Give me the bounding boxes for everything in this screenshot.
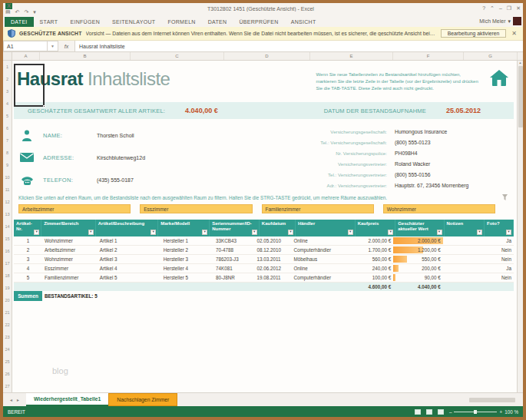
row-header-26[interactable]: 26: [3, 368, 12, 380]
scroll-up-icon[interactable]: ▲: [519, 61, 522, 64]
filter-dropdown-icon[interactable]: ▼: [348, 230, 353, 235]
ribbon-options-icon[interactable]: ⌃: [490, 5, 495, 12]
column-header-F[interactable]: F: [393, 52, 464, 60]
row-header-6[interactable]: 6: [3, 122, 12, 134]
filter-dropdown-icon[interactable]: ▼: [477, 230, 482, 235]
slicer-button-esszimmer[interactable]: Esszimmer: [140, 204, 252, 213]
ribbon-tab-daten[interactable]: DATEN: [202, 17, 233, 27]
ribbon-tab-einfügen[interactable]: EINFÜGEN: [64, 17, 106, 27]
zoom-level[interactable]: 100 %: [504, 409, 518, 415]
sheet-tab-nachschlagen-zimmer[interactable]: Nachschlagen Zimmer: [108, 393, 177, 406]
clear-filter-icon[interactable]: [502, 194, 509, 201]
row-header-10[interactable]: 10: [3, 171, 12, 184]
vertical-scrollbar[interactable]: ▲: [517, 61, 523, 392]
column-header-A[interactable]: A: [12, 52, 40, 60]
zoom-slider-thumb[interactable]: [474, 410, 477, 414]
zoom-out-icon[interactable]: –: [449, 409, 452, 415]
minimize-icon[interactable]: –: [499, 5, 502, 12]
filter-dropdown-icon[interactable]: ▼: [34, 230, 39, 235]
vertical-scroll-thumb[interactable]: [518, 66, 523, 127]
row-header-9[interactable]: 9: [3, 159, 12, 171]
table-row[interactable]: 2ArbeitszimmerArtikel 2Hersteller 270-47…: [14, 246, 514, 255]
active-cell-selection[interactable]: [14, 64, 45, 107]
row-header-1[interactable]: 1: [3, 61, 12, 73]
name-box[interactable]: A1: [3, 41, 48, 51]
select-all-corner[interactable]: [3, 52, 12, 60]
ribbon-tab-datei[interactable]: DATEI: [5, 17, 34, 27]
row-header-17[interactable]: 17: [3, 257, 12, 270]
normal-view-icon[interactable]: [415, 409, 421, 415]
restore-icon[interactable]: ❐: [507, 5, 511, 12]
filter-dropdown-icon[interactable]: ▼: [88, 230, 94, 235]
slicer-button-arbeitszimmer[interactable]: Arbeitszimmer: [18, 204, 131, 213]
sheet-nav-right-icon[interactable]: ►: [16, 398, 20, 402]
ribbon-tab-ansicht[interactable]: ANSICHT: [285, 17, 323, 27]
enable-editing-button[interactable]: Bearbeitung aktivieren: [441, 29, 507, 38]
sheet-tab-wiederhergestellt-tabelle1[interactable]: Wiederhergestellt_Tabelle1: [26, 393, 108, 406]
page-layout-view-icon[interactable]: [426, 409, 432, 415]
insurance-value[interactable]: Hauptstr. 67, 23456 Morrenberg: [395, 183, 468, 188]
row-header-22[interactable]: 22: [3, 319, 12, 331]
row-header-11[interactable]: 11: [3, 184, 12, 196]
insurance-value[interactable]: (800) 555-0123: [395, 140, 430, 145]
filter-dropdown-icon[interactable]: ▼: [288, 230, 293, 235]
row-header-23[interactable]: 23: [3, 331, 12, 343]
table-row[interactable]: 3WohnzimmerArtikel 3Hersteller 3786203-J…: [14, 255, 514, 264]
contact-value[interactable]: Kirschblutenweg12d: [97, 155, 145, 160]
horizontal-scrollbar[interactable]: [469, 393, 523, 406]
column-header-E[interactable]: E: [310, 52, 393, 60]
column-header-B[interactable]: B: [40, 52, 131, 60]
row-header-14[interactable]: 14: [3, 220, 12, 233]
fill-handle[interactable]: [43, 105, 45, 107]
slicer-button-wohnzimmer[interactable]: Wohnzimmer: [383, 204, 495, 213]
row-header-27[interactable]: 27: [3, 380, 12, 392]
row-header-7[interactable]: 7: [3, 134, 12, 147]
help-icon[interactable]: ?: [482, 5, 485, 12]
row-header-21[interactable]: 21: [3, 306, 12, 319]
row-header-4[interactable]: 4: [3, 98, 12, 110]
filter-dropdown-icon[interactable]: ▼: [202, 230, 207, 235]
user-avatar[interactable]: [513, 17, 521, 25]
insurance-value[interactable]: (800) 555-0156: [395, 172, 430, 177]
row-header-15[interactable]: 15: [3, 233, 12, 245]
insurance-value[interactable]: Humongous Insurance: [395, 129, 447, 134]
close-message-icon[interactable]: ✕: [510, 30, 518, 37]
row-header-3[interactable]: 3: [3, 85, 12, 98]
insurance-value[interactable]: PH098H4: [395, 150, 417, 156]
row-header-5[interactable]: 5: [3, 110, 12, 122]
row-header-24[interactable]: 24: [3, 343, 12, 356]
formula-input[interactable]: Hausrat Inhaltsliste: [75, 41, 523, 51]
table-row[interactable]: 5FamilienzimmerArtikel 5Hersteller 580-J…: [14, 273, 514, 283]
user-dropdown-icon[interactable]: ▾: [508, 18, 511, 25]
sheet-nav-left-icon[interactable]: ◄: [9, 398, 13, 402]
excel-app-icon[interactable]: X: [5, 2, 12, 9]
table-row[interactable]: 4EsszimmerArtikel 4Hersteller 474K08102.…: [14, 264, 514, 273]
filter-dropdown-icon[interactable]: ▼: [388, 230, 393, 235]
row-header-16[interactable]: 16: [3, 245, 12, 257]
contact-value[interactable]: Thorsten Scholl: [97, 133, 134, 138]
column-header-C[interactable]: C: [131, 52, 224, 60]
insurance-value[interactable]: Roland Wacker: [395, 161, 430, 167]
insert-function-icon[interactable]: fx: [58, 41, 75, 51]
zoom-in-icon[interactable]: +: [499, 409, 502, 415]
table-row[interactable]: 1WohnzimmerArtikel 1Hersteller 133KCB430…: [14, 236, 514, 246]
row-header-20[interactable]: 20: [3, 294, 12, 306]
slicer-button-familienzimmer[interactable]: Familienzimmer: [262, 204, 374, 213]
signed-in-user[interactable]: Mich Meier: [479, 18, 505, 24]
row-header-2[interactable]: 2: [3, 73, 12, 85]
row-header-13[interactable]: 13: [3, 208, 12, 220]
filter-dropdown-icon[interactable]: ▼: [506, 230, 511, 235]
horizontal-scroll-thumb[interactable]: [469, 398, 515, 402]
page-break-view-icon[interactable]: [438, 409, 444, 415]
filter-dropdown-icon[interactable]: ▼: [437, 230, 442, 235]
name-box-dropdown-icon[interactable]: ▼: [48, 41, 58, 51]
row-header-18[interactable]: 18: [3, 270, 12, 282]
close-icon[interactable]: ✕: [516, 5, 521, 12]
row-header-8[interactable]: 8: [3, 147, 12, 159]
row-header-25[interactable]: 25: [3, 356, 12, 368]
row-header-19[interactable]: 19: [3, 282, 12, 294]
filter-dropdown-icon[interactable]: ▼: [151, 230, 156, 235]
ribbon-tab-start[interactable]: START: [34, 17, 65, 27]
ribbon-tab-seitenlayout[interactable]: SEITENLAYOUT: [106, 17, 161, 27]
ribbon-tab-überprüfen[interactable]: ÜBERPRÜFEN: [233, 17, 284, 27]
